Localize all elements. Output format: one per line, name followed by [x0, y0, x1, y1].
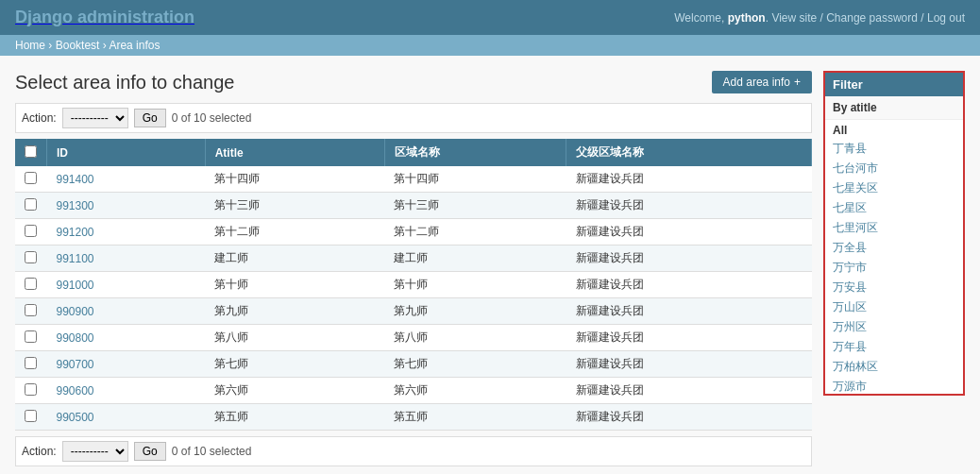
row-id-link[interactable]: 991000: [57, 279, 94, 292]
row-area-name: 第九师: [384, 298, 566, 325]
row-select-checkbox[interactable]: [25, 304, 37, 316]
filter-item[interactable]: 万宁市: [825, 258, 963, 278]
column-id: ID: [47, 139, 206, 166]
row-id: 990800: [47, 325, 206, 351]
filter-item[interactable]: 万山区: [825, 297, 963, 317]
bottom-action-label: Action:: [22, 445, 57, 458]
column-area-name: 区域名称: [384, 139, 566, 166]
filter-item[interactable]: 七星区: [825, 198, 963, 218]
view-site-link[interactable]: View site: [771, 11, 817, 25]
row-checkbox: [15, 245, 47, 272]
bottom-action-select[interactable]: ----------: [62, 441, 128, 462]
row-atitle: 第九师: [205, 298, 384, 325]
row-id-link[interactable]: 991200: [57, 226, 94, 239]
table-row: 991100 建工师 建工师 新疆建设兵团: [15, 245, 812, 272]
row-parent-area: 新疆建设兵团: [566, 193, 812, 219]
log-out-link[interactable]: Log out: [927, 11, 965, 25]
row-parent-area: 新疆建设兵团: [566, 404, 812, 431]
filter-item[interactable]: 万州区: [825, 317, 963, 337]
column-checkbox: [15, 139, 47, 166]
top-action-bar: Action: ---------- Go 0 of 10 selected: [15, 103, 812, 133]
row-atitle: 建工师: [205, 245, 384, 272]
row-checkbox: [15, 404, 47, 431]
breadcrumb-area-infos[interactable]: Area infos: [109, 39, 160, 52]
row-id-link[interactable]: 991100: [57, 252, 94, 265]
row-area-name: 第五师: [384, 404, 566, 431]
row-id: 991400: [47, 166, 206, 193]
filter-list: All丁青县七台河市七星关区七星区七里河区万全县万宁市万安县万山区万州区万年县万…: [825, 120, 963, 394]
row-atitle: 第七师: [205, 351, 384, 378]
row-select-checkbox[interactable]: [25, 383, 37, 396]
row-parent-area: 新疆建设兵团: [566, 351, 812, 378]
filter-item[interactable]: 万柏林区: [825, 357, 963, 377]
row-checkbox: [15, 193, 47, 219]
site-name: Django administration: [15, 8, 194, 26]
select-all-checkbox[interactable]: [25, 145, 37, 158]
filter-item[interactable]: 丁青县: [825, 139, 963, 159]
filter-item[interactable]: 万源市: [825, 377, 963, 394]
row-id: 990900: [47, 298, 206, 325]
table-row: 990800 第八师 第八师 新疆建设兵团: [15, 325, 812, 351]
filter-item[interactable]: 七台河市: [825, 159, 963, 178]
row-select-checkbox[interactable]: [25, 278, 37, 290]
row-select-checkbox[interactable]: [25, 225, 37, 237]
row-select-checkbox[interactable]: [25, 357, 37, 369]
action-selected-count: 0 of 10 selected: [172, 111, 252, 125]
table-row: 990900 第九师 第九师 新疆建设兵团: [15, 298, 812, 325]
row-parent-area: 新疆建设兵团: [566, 166, 812, 193]
row-id-link[interactable]: 991400: [57, 173, 94, 186]
row-id-link[interactable]: 990600: [57, 384, 94, 398]
main-content: Select area info to change Add area info…: [15, 71, 812, 474]
filter-box: Filter By atitle All丁青县七台河市七星关区七星区七里河区万全…: [823, 71, 965, 396]
table-row: 991000 第十师 第十师 新疆建设兵团: [15, 272, 812, 298]
row-id-link[interactable]: 990900: [57, 305, 94, 318]
action-select[interactable]: ----------: [62, 108, 128, 128]
filter-section-title: By atitle: [825, 96, 963, 120]
row-select-checkbox[interactable]: [25, 172, 37, 184]
column-parent-area: 父级区域名称: [566, 139, 812, 166]
change-password-link[interactable]: Change password: [826, 11, 918, 25]
bottom-action-bar: Action: ---------- Go 0 of 10 selected: [15, 436, 812, 466]
row-checkbox: [15, 272, 47, 298]
row-id: 991000: [47, 272, 206, 298]
row-parent-area: 新疆建设兵团: [566, 298, 812, 325]
row-id: 991100: [47, 245, 206, 272]
row-select-checkbox[interactable]: [25, 410, 37, 422]
row-id: 991300: [47, 193, 206, 219]
row-id: 990600: [47, 378, 206, 404]
row-atitle: 第六师: [205, 378, 384, 404]
row-area-name: 第六师: [384, 378, 566, 404]
breadcrumb-home[interactable]: Home: [15, 39, 45, 52]
table-row: 990600 第六师 第六师 新疆建设兵团: [15, 378, 812, 404]
site-name-link[interactable]: Django administration: [15, 8, 194, 27]
row-select-checkbox[interactable]: [25, 330, 37, 343]
user-tools: Welcome, python. View site / Change pass…: [674, 11, 965, 25]
filter-item[interactable]: All: [825, 122, 963, 139]
row-atitle: 第十三师: [205, 193, 384, 219]
table-row: 991400 第十四师 第十四师 新疆建设兵团: [15, 166, 812, 193]
row-atitle: 第八师: [205, 325, 384, 351]
breadcrumb-booktest[interactable]: Booktest: [56, 39, 100, 52]
filter-item[interactable]: 七里河区: [825, 218, 963, 238]
add-area-info-button[interactable]: Add area info +: [712, 71, 812, 93]
row-id-link[interactable]: 990700: [57, 358, 94, 371]
action-go-button[interactable]: Go: [134, 109, 166, 127]
filter-item[interactable]: 七星关区: [825, 178, 963, 198]
row-id-link[interactable]: 991300: [57, 199, 94, 212]
filter-item[interactable]: 万年县: [825, 337, 963, 357]
table-row: 990500 第五师 第五师 新疆建设兵团: [15, 404, 812, 431]
filter-item[interactable]: 万安县: [825, 278, 963, 297]
bottom-action-go-button[interactable]: Go: [134, 442, 166, 461]
add-button-label: Add area info: [723, 76, 790, 89]
table-header: ID Atitle 区域名称 父级区域名称: [15, 139, 812, 166]
row-area-name: 建工师: [384, 245, 566, 272]
row-atitle: 第十师: [205, 272, 384, 298]
row-select-checkbox[interactable]: [25, 198, 37, 211]
row-id: 990500: [47, 404, 206, 431]
column-atitle: Atitle: [205, 139, 384, 166]
row-id-link[interactable]: 990800: [57, 331, 94, 345]
filter-item[interactable]: 万全县: [825, 238, 963, 258]
row-id-link[interactable]: 990500: [57, 411, 94, 424]
bottom-action-selected-count: 0 of 10 selected: [172, 445, 252, 458]
row-select-checkbox[interactable]: [25, 251, 37, 263]
